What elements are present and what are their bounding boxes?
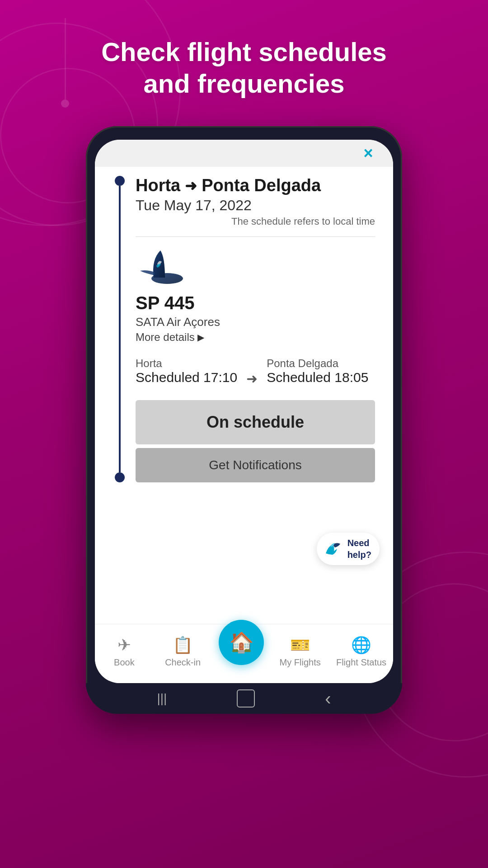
divider bbox=[136, 236, 375, 237]
bottom-navigation: ✈ Book 📋 Check-in 🏠 🎫 My Flights 🌐 bbox=[95, 624, 393, 683]
airline-name: SATA Air Açores bbox=[136, 315, 375, 329]
help-bubble[interactable]: Need help? bbox=[317, 533, 380, 565]
origin-label: Horta bbox=[136, 176, 180, 195]
help-bird-icon bbox=[321, 538, 344, 560]
content-main: Horta ➜ Ponta Delgada Tue May 17, 2022 T… bbox=[136, 176, 375, 482]
system-nav-menu[interactable]: ||| bbox=[157, 691, 167, 706]
close-button[interactable]: × bbox=[357, 142, 380, 165]
airline-logo-container bbox=[136, 246, 375, 288]
schedule-arrow-icon: ➜ bbox=[246, 371, 258, 387]
timeline-line bbox=[119, 186, 121, 472]
origin-schedule-col: Horta Scheduled 17:10 bbox=[136, 357, 237, 385]
on-schedule-button[interactable]: On schedule bbox=[136, 400, 375, 444]
more-details-arrow-icon: ▶ bbox=[197, 332, 204, 343]
timeline-dot-bottom bbox=[115, 472, 125, 482]
nav-checkin-label: Check-in bbox=[165, 657, 201, 668]
nav-item-book[interactable]: ✈ Book bbox=[102, 636, 147, 668]
phone-system-bar: ||| ‹ bbox=[86, 683, 402, 714]
nav-item-myflights[interactable]: 🎫 My Flights bbox=[277, 636, 323, 668]
nav-item-flightstatus[interactable]: 🌐 Flight Status bbox=[336, 636, 386, 668]
phone-screen: × Horta ➜ Ponta Delga bbox=[95, 140, 393, 683]
destination-city: Ponta Delgada bbox=[267, 357, 368, 370]
route-note: The schedule refers to local time bbox=[136, 216, 375, 227]
modal-top-bar: × bbox=[95, 140, 393, 167]
book-icon: ✈ bbox=[117, 636, 131, 655]
checkin-icon: 📋 bbox=[173, 636, 193, 655]
destination-time: Scheduled 18:05 bbox=[267, 370, 368, 385]
phone-mockup: × Horta ➜ Ponta Delga bbox=[86, 126, 402, 714]
nav-item-checkin[interactable]: 📋 Check-in bbox=[160, 636, 206, 668]
home-button[interactable]: 🏠 bbox=[219, 620, 264, 665]
route-title: Horta ➜ Ponta Delgada bbox=[136, 176, 375, 195]
flightstatus-icon: 🌐 bbox=[351, 636, 371, 655]
myflights-icon: 🎫 bbox=[290, 636, 310, 655]
home-icon: 🏠 bbox=[229, 631, 254, 654]
timeline-dot-top bbox=[115, 176, 125, 186]
modal-content: Horta ➜ Ponta Delgada Tue May 17, 2022 T… bbox=[95, 167, 393, 624]
destination-label: Ponta Delgada bbox=[202, 176, 321, 195]
airline-tail-icon bbox=[136, 246, 185, 287]
route-arrow-icon: ➜ bbox=[185, 177, 197, 194]
destination-schedule-col: Ponta Delgada Scheduled 18:05 bbox=[267, 357, 368, 385]
origin-city: Horta bbox=[136, 357, 237, 370]
get-notifications-button[interactable]: Get Notifications bbox=[136, 448, 375, 482]
route-header: Horta ➜ Ponta Delgada Tue May 17, 2022 T… bbox=[136, 176, 375, 227]
nav-book-label: Book bbox=[114, 657, 135, 668]
origin-time: Scheduled 17:10 bbox=[136, 370, 237, 385]
timeline-line-column bbox=[113, 176, 127, 482]
nav-flightstatus-label: Flight Status bbox=[336, 657, 386, 668]
route-date: Tue May 17, 2022 bbox=[136, 197, 375, 214]
more-details-link[interactable]: More details ▶ bbox=[136, 331, 375, 344]
page-title: Check flight schedules and frequencies bbox=[86, 36, 402, 99]
flight-number: SP 445 bbox=[136, 293, 375, 313]
help-text: Need help? bbox=[347, 537, 371, 561]
nav-myflights-label: My Flights bbox=[280, 657, 321, 668]
schedule-row: Horta Scheduled 17:10 ➜ Ponta Delgada Sc… bbox=[136, 357, 375, 387]
timeline-container: Horta ➜ Ponta Delgada Tue May 17, 2022 T… bbox=[113, 176, 375, 482]
system-nav-home[interactable] bbox=[237, 689, 255, 708]
nav-item-home[interactable]: 🏠 bbox=[219, 629, 264, 674]
system-nav-back[interactable]: ‹ bbox=[325, 689, 331, 709]
